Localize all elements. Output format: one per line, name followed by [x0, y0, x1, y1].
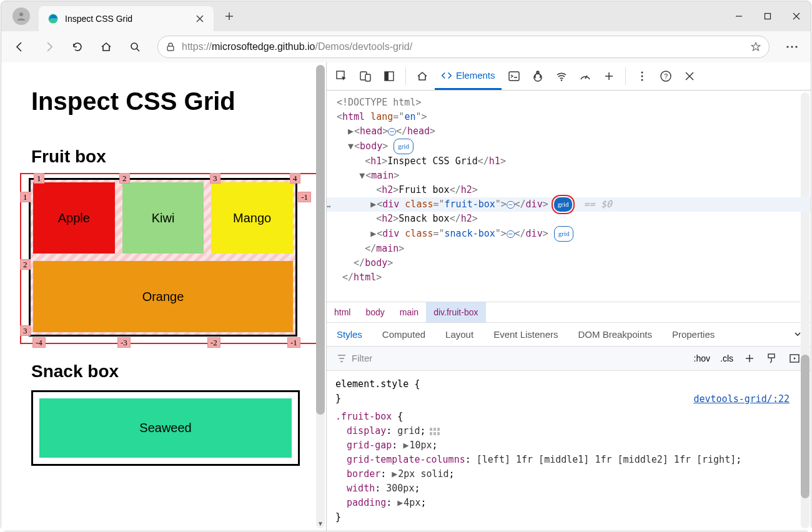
cell-kiwi: Kiwi — [122, 182, 204, 254]
svg-rect-21 — [768, 354, 775, 358]
console-icon[interactable] — [503, 65, 525, 87]
grid-label: -1 — [298, 192, 311, 202]
selected-dom-node[interactable]: ⋯ ▶<div class="fruit-box">⋯</div> grid =… — [327, 197, 811, 212]
styles-tabbar: Styles Computed Layout Event Listeners D… — [327, 322, 811, 347]
welcome-tab-icon[interactable] — [411, 65, 433, 87]
svg-rect-24 — [433, 428, 436, 431]
grid-label: -3 — [117, 337, 131, 348]
svg-point-0 — [19, 12, 23, 16]
performance-icon[interactable] — [574, 65, 597, 87]
tab-layout[interactable]: Layout — [435, 323, 483, 346]
search-button[interactable] — [122, 34, 147, 59]
tab-close-icon[interactable] — [195, 14, 205, 24]
menu-button[interactable] — [780, 34, 805, 59]
page-viewport: ▲ ▼ Inspect CSS Grid Fruit box 1 2 3 4 1… — [1, 62, 326, 531]
page-h2-fruit: Fruit box — [31, 147, 307, 167]
window-controls — [725, 4, 811, 29]
edge-icon — [47, 13, 59, 24]
svg-point-7 — [795, 46, 797, 47]
crumb[interactable]: body — [358, 302, 392, 322]
sources-icon[interactable] — [527, 65, 549, 87]
new-tab-button[interactable] — [219, 6, 240, 27]
forward-button[interactable] — [36, 34, 61, 59]
svg-point-3 — [131, 43, 137, 49]
grid-editor-icon[interactable] — [430, 428, 440, 435]
close-window-button[interactable] — [782, 4, 811, 29]
network-icon[interactable] — [550, 65, 573, 87]
devtools-panel: Elements ? <!DOCTYPE html> <html lang="e… — [326, 62, 811, 531]
maximize-button[interactable] — [753, 4, 782, 29]
grid-badge-active[interactable]: grid — [554, 197, 573, 212]
svg-rect-27 — [433, 432, 436, 435]
svg-rect-13 — [509, 72, 519, 81]
page-scroll-thumb[interactable] — [316, 65, 325, 415]
back-button[interactable] — [7, 34, 32, 59]
minimize-button[interactable] — [725, 4, 753, 29]
cls-button[interactable]: .cls — [715, 351, 738, 366]
svg-point-15 — [560, 79, 562, 81]
code-icon — [441, 70, 452, 81]
favorite-icon[interactable] — [750, 41, 761, 52]
crumb-active[interactable]: div.fruit-box — [426, 302, 485, 322]
svg-rect-28 — [437, 432, 440, 435]
close-devtools-icon[interactable] — [678, 65, 701, 87]
cell-apple: Apple — [33, 182, 115, 254]
browser-tab[interactable]: Inspect CSS Grid — [39, 6, 214, 31]
more-tabs-icon[interactable] — [598, 65, 620, 87]
dom-breadcrumb: html body main div.fruit-box — [327, 302, 811, 322]
tab-computed[interactable]: Computed — [372, 323, 435, 346]
svg-point-16 — [641, 72, 643, 74]
address-bar[interactable]: https://microsoftedge.github.io/Demos/de… — [157, 36, 770, 58]
crumb[interactable]: main — [392, 302, 426, 322]
tab-styles[interactable]: Styles — [327, 323, 372, 346]
tab-title: Inspect CSS Grid — [65, 14, 190, 24]
page-h1: Inspect CSS Grid — [31, 87, 307, 116]
grid-label: 3 — [20, 325, 31, 336]
nav-toolbar: https://microsoftedge.github.io/Demos/de… — [1, 31, 811, 62]
content-area: ▲ ▼ Inspect CSS Grid Fruit box 1 2 3 4 1… — [1, 62, 811, 531]
cell-seaweed: Seaweed — [39, 398, 292, 458]
source-link[interactable]: devtools-grid/:22 — [693, 392, 790, 406]
svg-rect-26 — [430, 432, 432, 435]
svg-point-6 — [791, 46, 793, 47]
refresh-button[interactable] — [65, 34, 90, 59]
grid-label: -1 — [287, 337, 300, 348]
styles-rules[interactable]: element.style { } devtools-grid/:22 .fru… — [327, 371, 811, 531]
settings-icon[interactable] — [631, 65, 653, 87]
elements-tab[interactable]: Elements — [435, 62, 502, 90]
grid-label: 2 — [119, 173, 130, 184]
hov-button[interactable]: :hov — [689, 351, 715, 366]
url-text: https://microsoftedge.github.io/Demos/de… — [182, 41, 750, 52]
grid-label: 4 — [290, 173, 300, 184]
new-style-icon[interactable] — [738, 347, 761, 370]
styles-filter[interactable]: Filter — [332, 353, 377, 363]
tab-listeners[interactable]: Event Listeners — [483, 323, 568, 346]
titlebar: Inspect CSS Grid — [1, 1, 811, 31]
home-button[interactable] — [94, 34, 119, 59]
cell-mango: Mango — [211, 182, 293, 254]
grid-badge[interactable]: grid — [394, 139, 413, 154]
svg-rect-10 — [365, 74, 370, 81]
dock-icon[interactable] — [378, 65, 400, 87]
fruit-grid-overlay: 1 2 3 4 1 2 3 -1 -4 -3 -2 -1 Appl — [29, 178, 310, 337]
svg-point-18 — [641, 79, 643, 81]
profile-avatar[interactable] — [12, 7, 30, 25]
paint-icon[interactable] — [761, 347, 783, 370]
device-toggle-icon[interactable] — [354, 65, 377, 87]
svg-text:?: ? — [663, 72, 667, 80]
inspect-icon[interactable] — [330, 65, 353, 87]
page-scrollbar[interactable]: ▲ ▼ — [316, 65, 325, 528]
browser-window: Inspect CSS Grid https://microsoftedge.g… — [1, 1, 811, 531]
svg-rect-4 — [167, 46, 174, 51]
dom-tree[interactable]: <!DOCTYPE html> <html lang="en"> ▶<head>… — [327, 91, 811, 288]
grid-label: -2 — [207, 337, 220, 348]
grid-label: 2 — [20, 259, 31, 270]
tab-properties[interactable]: Properties — [662, 323, 725, 346]
svg-point-5 — [786, 46, 788, 47]
grid-badge[interactable]: grid — [554, 226, 574, 242]
svg-rect-23 — [430, 428, 432, 431]
rule-element-style: element.style { — [335, 377, 802, 392]
help-icon[interactable]: ? — [655, 65, 677, 87]
tab-dombreak[interactable]: DOM Breakpoints — [568, 323, 662, 346]
crumb[interactable]: html — [327, 302, 358, 322]
